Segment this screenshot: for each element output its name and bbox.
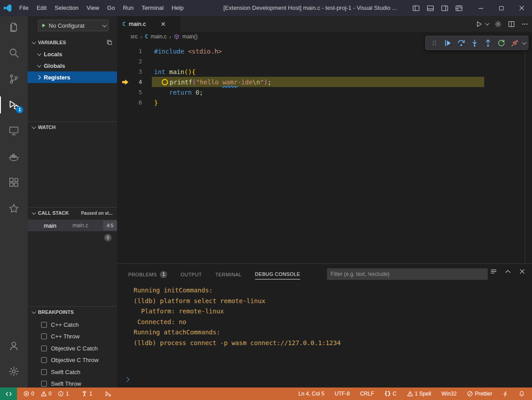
run-icon[interactable] xyxy=(475,21,482,28)
code-line-5[interactable]: 5 return 0; xyxy=(117,87,532,97)
breadcrumb-folder[interactable]: src xyxy=(130,33,138,40)
prettier-status[interactable]: Prettier xyxy=(466,388,493,400)
code-text[interactable]: printf("hello wamr-ide\n"); xyxy=(154,79,272,86)
minimize-button[interactable] xyxy=(470,0,491,16)
maximize-button[interactable] xyxy=(491,0,511,16)
code-text[interactable]: return 0; xyxy=(154,89,203,96)
tab-main-c[interactable]: C main.c ✕ xyxy=(117,16,180,32)
menu-run[interactable]: Run xyxy=(119,2,138,14)
call-stack-frame[interactable]: main main.c 4:5 xyxy=(28,220,117,231)
console-filter-input[interactable] xyxy=(327,268,488,280)
radio-tower-indicator[interactable]: 1 xyxy=(80,388,93,400)
activity-explorer[interactable] xyxy=(0,18,28,37)
menu-help[interactable]: Help xyxy=(168,2,188,14)
breakpoint-objective-c-throw[interactable]: Objective C Throw xyxy=(28,354,117,366)
chevron-down-icon[interactable] xyxy=(522,40,527,45)
layout-secondary-icon[interactable] xyxy=(439,3,450,13)
inline-breakpoint-icon[interactable] xyxy=(162,79,168,85)
close-panel-icon[interactable] xyxy=(519,268,526,275)
layout-customize-icon[interactable] xyxy=(453,3,464,13)
activity-run-and-debug[interactable]: 1 xyxy=(0,96,28,114)
breakpoint-objective-c-catch[interactable]: Objective C Catch xyxy=(28,342,117,354)
console-menu-icon[interactable] xyxy=(490,268,497,275)
code-editor[interactable]: 1#include <stdio.h>23int main(){4 printf… xyxy=(117,42,532,263)
line-number[interactable]: 5 xyxy=(117,89,142,96)
panel-tab-problems[interactable]: PROBLEMS1 xyxy=(128,268,167,280)
close-tab-icon[interactable]: ✕ xyxy=(161,21,166,28)
activity-source-control[interactable] xyxy=(0,70,28,88)
settings-gear-icon[interactable] xyxy=(494,21,502,28)
encoding-status[interactable]: UTF-8 xyxy=(334,388,351,400)
breakpoint-c-catch[interactable]: C++ Catch xyxy=(28,319,117,330)
spell-checker-status[interactable]: 1 Spell xyxy=(406,388,432,400)
menu-view[interactable]: View xyxy=(83,2,103,14)
close-button[interactable] xyxy=(511,0,532,16)
panel-tab-debug-console[interactable]: DEBUG CONSOLE xyxy=(255,269,300,279)
breakpoint-checkbox[interactable] xyxy=(41,357,47,363)
restart-button[interactable] xyxy=(495,37,507,49)
call-stack-section-header[interactable]: CALL STACK Paused on st... xyxy=(28,208,117,218)
variables-item-globals[interactable]: Globals xyxy=(28,60,117,71)
menu-file[interactable]: File xyxy=(15,2,33,14)
copy-icon[interactable] xyxy=(106,39,113,46)
line-number[interactable]: 2 xyxy=(117,58,142,65)
breakpoint-checkbox[interactable] xyxy=(41,346,47,351)
debug-config-dropdown[interactable]: No Configurat xyxy=(38,20,109,31)
panel-tab-terminal[interactable]: TERMINAL xyxy=(215,269,242,279)
variables-section-header[interactable]: VARIABLES xyxy=(28,38,117,47)
debug-console-input[interactable] xyxy=(125,375,527,384)
split-editor-icon[interactable] xyxy=(508,21,515,28)
activity-search[interactable] xyxy=(0,44,28,62)
activity-accounts[interactable] xyxy=(0,337,28,355)
watch-section-header[interactable]: WATCH xyxy=(28,122,117,132)
breakpoints-section-header[interactable]: BREAKPOINTS xyxy=(28,307,117,317)
eol-status[interactable]: CRLF xyxy=(359,388,375,400)
breakpoint-swift-throw[interactable]: Swift Throw xyxy=(28,378,117,388)
step-into-button[interactable] xyxy=(469,37,480,49)
debug-start-indicator[interactable] xyxy=(104,388,112,400)
activity-settings[interactable] xyxy=(0,362,28,381)
error-indicator[interactable]: 0 xyxy=(22,388,35,400)
layout-panel-icon[interactable] xyxy=(425,3,436,13)
code-line-3[interactable]: 3int main(){ xyxy=(117,67,532,77)
variables-item-locals[interactable]: Locals xyxy=(28,48,117,60)
zap-status[interactable] xyxy=(502,388,509,400)
activity-star[interactable] xyxy=(0,199,28,218)
menu-selection[interactable]: Selection xyxy=(50,2,82,14)
breakpoint-checkbox[interactable] xyxy=(41,322,47,328)
breakpoint-checkbox[interactable] xyxy=(41,333,47,339)
line-number[interactable]: 4 xyxy=(117,79,142,85)
activity-remote-explorer[interactable] xyxy=(0,121,28,140)
disconnect-button[interactable] xyxy=(509,37,520,49)
notifications-status[interactable] xyxy=(518,388,526,400)
code-line-4[interactable]: 4 printf("hello wamr-ide\n"); xyxy=(117,77,532,87)
code-text[interactable]: int main(){ xyxy=(154,68,196,75)
code-line-6[interactable]: 6} xyxy=(117,97,532,108)
code-text[interactable]: } xyxy=(154,99,158,106)
layout-sidebar-icon[interactable] xyxy=(411,3,421,13)
breakpoint-checkbox[interactable] xyxy=(41,369,47,375)
warning-indicator[interactable]: 0 xyxy=(40,388,53,400)
info-indicator[interactable]: 1 xyxy=(57,388,70,400)
code-line-2[interactable]: 2 xyxy=(117,56,532,67)
line-number[interactable]: 1 xyxy=(117,48,142,54)
continue-button[interactable] xyxy=(442,37,453,49)
editor-scrollbar[interactable] xyxy=(525,42,525,263)
language-mode-status[interactable]: {}C xyxy=(383,388,397,400)
breakpoint-checkbox[interactable] xyxy=(41,381,47,387)
code-text[interactable]: #include <stdio.h> xyxy=(154,48,222,55)
step-out-button[interactable] xyxy=(482,37,494,49)
start-debug-icon[interactable] xyxy=(41,23,46,28)
variables-item-registers[interactable]: Registers xyxy=(28,71,117,83)
panel-tab-output[interactable]: OUTPUT xyxy=(180,269,202,279)
breakpoint-c-throw[interactable]: C++ Throw xyxy=(28,331,117,342)
maximize-panel-icon[interactable] xyxy=(504,268,511,275)
activity-docker[interactable] xyxy=(0,147,28,166)
line-number[interactable]: 3 xyxy=(117,68,142,75)
menu-go[interactable]: Go xyxy=(103,2,119,14)
breadcrumb-file[interactable]: main.c xyxy=(151,33,167,40)
menu-terminal[interactable]: Terminal xyxy=(138,2,168,14)
remote-indicator[interactable] xyxy=(0,388,17,400)
breakpoint-swift-catch[interactable]: Swift Catch xyxy=(28,366,117,378)
platform-status[interactable]: Win32 xyxy=(440,388,457,400)
